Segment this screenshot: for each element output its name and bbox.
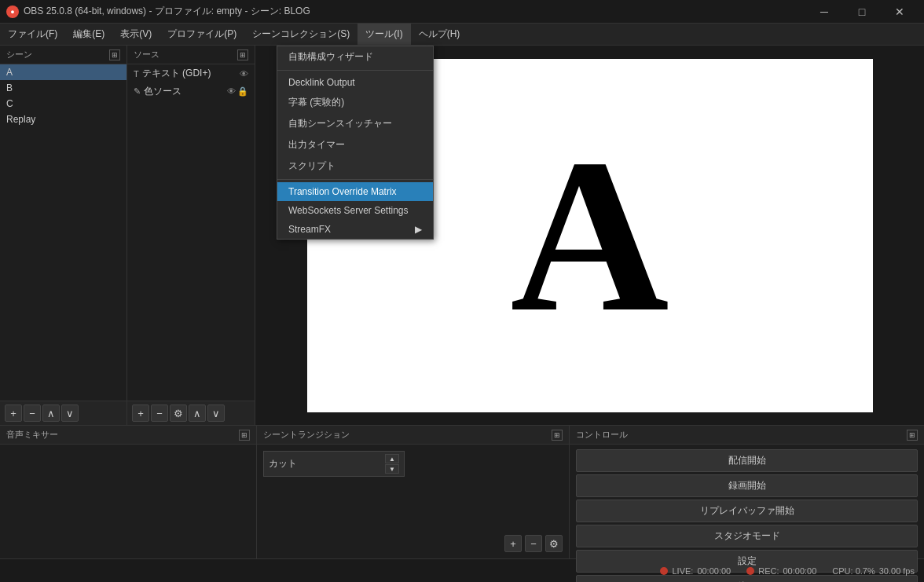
submenu-arrow-icon: ▶ [415, 224, 422, 235]
dropdown-captions[interactable]: 字幕 (実験的) [277, 92, 433, 113]
controls-panel: コントロール ⊞ 配信開始 録画開始 リプレイバッファ開始 スタジオモード 設定… [570, 426, 924, 558]
controls-label: コントロール [576, 429, 628, 441]
scenes-list: A B C Replay [0, 64, 126, 401]
scene-transitions-header: シーントランジション ⊞ [257, 426, 569, 445]
bottom-area: 音声ミキサー ⊞ シーントランジション ⊞ カット ▲ ▼ + − [0, 425, 924, 558]
scenes-remove-button[interactable]: − [24, 404, 41, 422]
scenes-expand-icon[interactable]: ⊞ [109, 49, 120, 60]
preview-letter: A [510, 126, 669, 346]
studio-mode-button[interactable]: スタジオモード [576, 525, 918, 547]
controls-header: コントロール ⊞ [570, 426, 924, 445]
dropdown-decklink[interactable]: Decklink Output [277, 73, 433, 92]
live-label: LIVE: [672, 566, 693, 576]
transition-down-btn[interactable]: ▼ [385, 464, 399, 474]
sources-remove-button[interactable]: − [151, 404, 168, 422]
scenes-add-button[interactable]: + [5, 404, 22, 422]
dropdown-websockets[interactable]: WebSockets Server Settings [277, 201, 433, 220]
menu-tools[interactable]: ツール(I) [358, 24, 410, 45]
rec-time: 00:00:00 [783, 566, 816, 576]
transition-bottom-toolbar: + − ⚙ [263, 535, 563, 552]
dropdown-output-timer[interactable]: 出力タイマー [277, 134, 433, 156]
controls-expand-icon[interactable]: ⊞ [907, 430, 918, 441]
sources-add-button[interactable]: + [132, 404, 149, 422]
dropdown-scripts[interactable]: スクリプト [277, 156, 433, 177]
cpu-indicator: CPU: 0.7% 30.00 fps [832, 566, 915, 576]
sources-expand-icon[interactable]: ⊞ [237, 49, 248, 60]
maximize-button[interactable]: □ [844, 0, 880, 24]
titlebar: ● OBS 25.0.8 (64-bit, windows) - プロファイル:… [0, 0, 924, 24]
dropdown-transition-override[interactable]: Transition Override Matrix [277, 182, 433, 201]
sources-up-button[interactable]: ∧ [189, 404, 206, 422]
tools-dropdown: 自動構成ウィザード Decklink Output 字幕 (実験的) 自動シーン… [277, 46, 434, 240]
controls-body: 配信開始 録画開始 リプレイバッファ開始 スタジオモード 設定 終了 [570, 445, 924, 582]
source-color-eye-icon[interactable]: 👁 [227, 86, 236, 97]
menubar: ファイル(F) 編集(E) 表示(V) プロファイル(P) シーンコレクション(… [0, 24, 924, 46]
titlebar-controls: ─ □ ✕ [806, 0, 918, 24]
transition-up-btn[interactable]: ▲ [385, 454, 399, 463]
exit-button[interactable]: 終了 [576, 575, 918, 582]
sources-down-button[interactable]: ∨ [207, 404, 225, 422]
scenes-header: シーン ⊞ [0, 46, 126, 64]
titlebar-left: ● OBS 25.0.8 (64-bit, windows) - プロファイル:… [6, 5, 310, 18]
rec-indicator: REC: 00:00:00 [746, 566, 816, 576]
source-color-controls: 👁 🔒 [227, 86, 248, 97]
source-text-icon: T [134, 69, 139, 79]
transition-settings-button[interactable]: ⚙ [545, 535, 563, 552]
transition-updown: ▲ ▼ [385, 454, 399, 474]
source-text-eye-icon[interactable]: 👁 [240, 69, 248, 79]
cpu-label: CPU: 0.7% [832, 566, 874, 576]
transition-remove-button[interactable]: − [525, 535, 542, 552]
scene-item-a[interactable]: A [0, 64, 126, 80]
main-layout: シーン ⊞ A B C Replay + − ∧ ∨ ソース [0, 46, 924, 425]
obs-icon: ● [6, 5, 19, 18]
scenes-up-button[interactable]: ∧ [42, 404, 60, 422]
scene-transitions: シーントランジション ⊞ カット ▲ ▼ + − ⚙ [257, 426, 570, 558]
menu-view[interactable]: 表示(V) [112, 24, 160, 45]
scene-transitions-label: シーントランジション [263, 429, 350, 441]
menu-file[interactable]: ファイル(F) [0, 24, 65, 45]
live-time: 00:00:00 [697, 566, 731, 576]
dropdown-auto-switcher[interactable]: 自動シーンスイッチャー [277, 113, 433, 134]
transition-add-button[interactable]: + [504, 535, 522, 552]
transition-select[interactable]: カット ▲ ▼ [263, 451, 405, 477]
scene-item-b[interactable]: B [0, 80, 126, 96]
source-item-text[interactable]: T テキスト (GDI+) 👁 [127, 64, 255, 82]
minimize-button[interactable]: ─ [806, 0, 842, 24]
scenes-header-label: シーン [6, 49, 32, 60]
source-item-color[interactable]: ✎ 色ソース 👁 🔒 [127, 82, 255, 101]
replay-buffer-button[interactable]: リプレイバッファ開始 [576, 500, 918, 522]
start-stream-button[interactable]: 配信開始 [576, 449, 918, 472]
rec-label: REC: [758, 566, 779, 576]
scene-transitions-expand-icon[interactable]: ⊞ [552, 430, 563, 441]
audio-mixer-header: 音声ミキサー ⊞ [0, 426, 256, 445]
scene-item-c[interactable]: C [0, 96, 126, 112]
audio-mixer-label: 音声ミキサー [6, 429, 58, 441]
start-record-button[interactable]: 録画開始 [576, 474, 918, 497]
audio-mixer-body [0, 445, 256, 558]
menu-edit[interactable]: 編集(E) [65, 24, 112, 45]
sources-panel: ソース ⊞ T テキスト (GDI+) 👁 ✎ 色ソース 👁 🔒 + [127, 46, 255, 425]
rec-dot [746, 567, 754, 575]
scene-transitions-body: カット ▲ ▼ + − ⚙ [257, 445, 569, 558]
sources-toolbar: + − ⚙ ∧ ∨ [127, 401, 255, 425]
scenes-down-button[interactable]: ∨ [61, 404, 79, 422]
live-indicator: LIVE: 00:00:00 [660, 566, 731, 576]
scene-item-replay[interactable]: Replay [0, 112, 126, 127]
source-color-lock-icon[interactable]: 🔒 [237, 86, 248, 97]
menu-help[interactable]: ヘルプ(H) [411, 24, 468, 45]
audio-mixer-expand-icon[interactable]: ⊞ [239, 430, 250, 441]
menu-profile[interactable]: プロファイル(P) [160, 24, 244, 45]
scenes-toolbar: + − ∧ ∨ [0, 401, 126, 425]
source-text-controls: 👁 [240, 69, 248, 79]
sources-list: T テキスト (GDI+) 👁 ✎ 色ソース 👁 🔒 [127, 64, 255, 401]
dropdown-separator-2 [277, 179, 433, 180]
sources-header: ソース ⊞ [127, 46, 255, 64]
scenes-panel: シーン ⊞ A B C Replay + − ∧ ∨ [0, 46, 127, 425]
sources-settings-button[interactable]: ⚙ [170, 404, 187, 422]
dropdown-separator-1 [277, 70, 433, 71]
close-button[interactable]: ✕ [882, 0, 918, 24]
dropdown-streamfx[interactable]: StreamFX ▶ [277, 220, 433, 239]
dropdown-auto-wizard[interactable]: 自動構成ウィザード [277, 46, 433, 68]
menu-scenecollection[interactable]: シーンコレクション(S) [244, 24, 358, 45]
fps-label: 30.00 fps [879, 566, 915, 576]
